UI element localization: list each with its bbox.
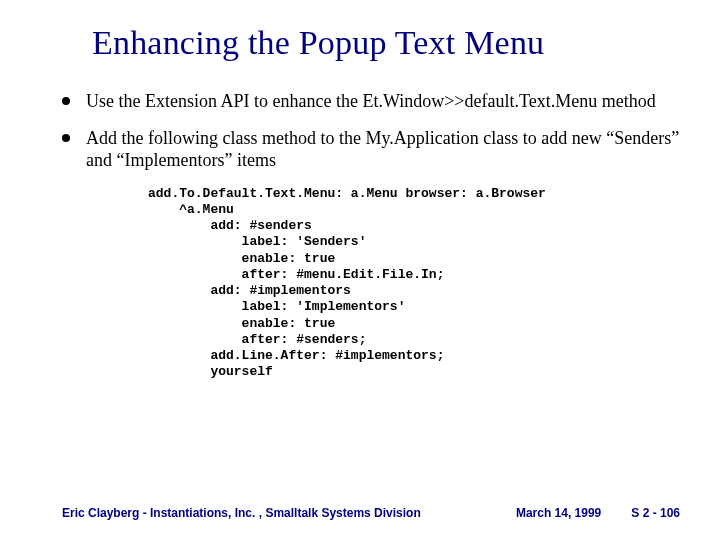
slide-content: Use the Extension API to enhance the Et.… bbox=[0, 62, 720, 381]
bullet-item: Add the following class method to the My… bbox=[62, 127, 680, 172]
bullet-icon bbox=[62, 97, 70, 105]
footer-date: March 14, 1999 bbox=[486, 506, 631, 520]
bullet-item: Use the Extension API to enhance the Et.… bbox=[62, 90, 680, 113]
slide-title: Enhancing the Popup Text Menu bbox=[0, 0, 720, 62]
bullet-text: Add the following class method to the My… bbox=[86, 127, 680, 172]
footer-author: Eric Clayberg - Instantiations, Inc. , S… bbox=[62, 506, 486, 520]
code-block: add.To.Default.Text.Menu: a.Menu browser… bbox=[62, 186, 680, 381]
slide-footer: Eric Clayberg - Instantiations, Inc. , S… bbox=[0, 506, 720, 520]
bullet-text: Use the Extension API to enhance the Et.… bbox=[86, 90, 656, 113]
footer-page: S 2 - 106 bbox=[631, 506, 680, 520]
slide: Enhancing the Popup Text Menu Use the Ex… bbox=[0, 0, 720, 540]
bullet-icon bbox=[62, 134, 70, 142]
